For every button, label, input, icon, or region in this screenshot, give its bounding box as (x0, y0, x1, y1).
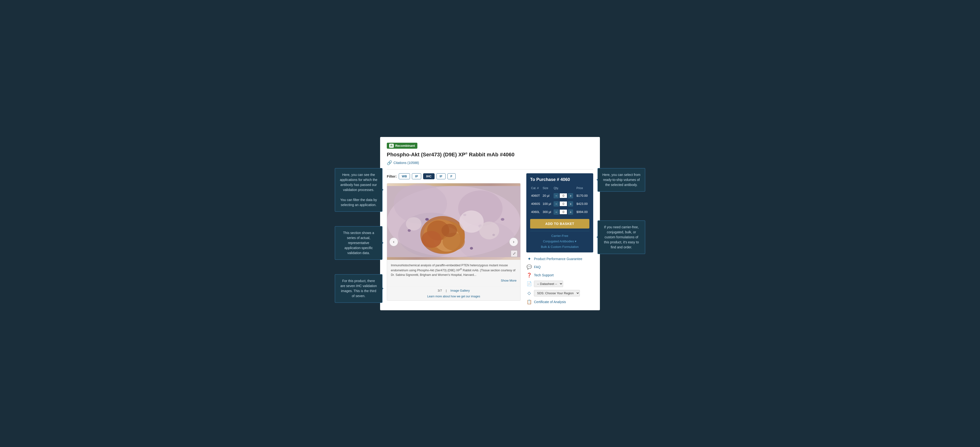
sds-icon: ◇ (526, 291, 532, 296)
carrier-free-link[interactable]: Carrier-Free (530, 234, 589, 238)
guarantee-link[interactable]: Product Performance Guarantee (534, 257, 582, 261)
purchase-panel: To Purchase # 4060 Cat. # Size Qty. Pric… (526, 173, 593, 252)
price-4060s: $423.00 (576, 200, 589, 208)
image-footer: 3/7 | Image Gallery (387, 286, 520, 295)
svg-point-23 (406, 217, 422, 230)
svg-point-14 (425, 218, 429, 220)
col-qty-header: Qty. (553, 185, 575, 192)
microscopy-image: ⤢ (387, 184, 520, 260)
filter-label: Filter: (387, 174, 397, 178)
tooltip-images: This section shows a series of actual, r… (335, 226, 382, 260)
add-to-basket-button[interactable]: ADD TO BASKET (530, 219, 589, 228)
guarantee-item: ✦ Product Performance Guarantee (526, 256, 593, 262)
citations-label[interactable]: Citations (10588) (393, 161, 419, 165)
learn-more-link[interactable]: Learn more about how we get our images (387, 295, 520, 300)
price-4060t: $170.00 (576, 192, 589, 200)
qty-plus-4060l[interactable]: + (568, 209, 573, 215)
tooltip-filter: Here, you can see the applications for w… (335, 168, 382, 212)
qty-input-4060s[interactable] (560, 201, 567, 206)
filter-row: Filter: WB IP IHC IF F (387, 173, 520, 179)
microscopy-svg (387, 184, 520, 260)
cat-4060l: 4060L (530, 208, 542, 216)
caption-text: Immunohistochemical analysis of paraffin… (391, 263, 517, 277)
svg-point-19 (501, 218, 504, 220)
coa-link[interactable]: Certificate of Analysis (534, 300, 566, 304)
qty-input-4060l[interactable] (560, 210, 567, 214)
size-4060s: 100 µl (542, 200, 553, 208)
purchase-links: Carrier-Free Conjugated Antibodies ▾ Bul… (530, 234, 589, 249)
image-container: ‹ › (387, 183, 520, 301)
qty-minus-4060l[interactable]: − (554, 209, 559, 215)
tooltip-count: For this product, there are seven IHC va… (335, 274, 382, 303)
citations-icon: 🔗 (387, 160, 392, 165)
tech-support-icon: ❓ (526, 273, 532, 278)
recombinant-badge: R Recombinant (387, 143, 593, 152)
svg-point-12 (422, 231, 442, 248)
datasheet-icon: 📄 (526, 281, 532, 286)
sds-select[interactable]: SDS: Choose Your Region (534, 290, 580, 296)
right-tooltips: Here, you can select from ready-to-ship … (598, 137, 645, 254)
product-title: Phospho-Akt (Ser473) (D9E) XP® Rabbit mA… (387, 152, 593, 158)
filter-btn-ip[interactable]: IP (412, 173, 421, 179)
left-section: Filter: WB IP IHC IF F ‹ › (387, 173, 520, 305)
filter-btn-if[interactable]: IF (436, 173, 445, 179)
size-4060t: 20 µl (542, 192, 553, 200)
image-caption: Immunohistochemical analysis of paraffin… (387, 260, 520, 286)
content-row: Filter: WB IP IHC IF F ‹ › (387, 173, 593, 305)
purchase-table: Cat. # Size Qty. Price 4060T 20 µl (530, 185, 589, 216)
right-section: To Purchase # 4060 Cat. # Size Qty. Pric… (526, 173, 593, 305)
tooltip-formulations: If you need carrier-free, conjugated, bu… (598, 220, 645, 254)
sds-item: ◇ SDS: Choose Your Region (526, 290, 593, 296)
caption-end-row: Show More (391, 278, 517, 283)
faq-link[interactable]: FAQ (534, 265, 541, 269)
faq-icon: 💬 (526, 264, 532, 270)
coa-icon: 📋 (526, 299, 532, 305)
qty-plus-4060s[interactable]: + (568, 201, 573, 206)
citations-row[interactable]: 🔗 Citations (10588) (387, 160, 593, 165)
qty-4060t: − + (553, 192, 575, 200)
tooltip-volumes: Here, you can select from ready-to-ship … (598, 168, 645, 192)
filter-btn-wb[interactable]: WB (399, 173, 410, 179)
nav-next-button[interactable]: › (509, 238, 518, 246)
purchase-title: To Purchase # 4060 (530, 177, 589, 182)
title-text-part1: Phospho-Akt (Ser473) (D9E) XP (387, 152, 465, 158)
show-more-link[interactable]: Show More (501, 278, 517, 283)
col-cat-header: Cat. # (530, 185, 542, 192)
purchase-divider (530, 231, 589, 231)
left-tooltips: Here, you can see the applications for w… (335, 137, 382, 303)
qty-plus-4060t[interactable]: + (568, 193, 573, 198)
qty-minus-4060t[interactable]: − (554, 193, 559, 198)
faq-item: 💬 FAQ (526, 264, 593, 270)
cat-4060s: 4060S (530, 200, 542, 208)
nav-prev-button[interactable]: ‹ (390, 238, 398, 246)
conjugated-link[interactable]: Conjugated Antibodies ▾ (530, 239, 589, 243)
col-size-header: Size (542, 185, 553, 192)
image-counter: 3/7 (438, 289, 442, 292)
cat-4060t: 4060T (530, 192, 542, 200)
separator: | (446, 289, 447, 292)
datasheet-select[interactable]: -- Datasheet -- (534, 281, 563, 287)
purchase-row-4060t: 4060T 20 µl − + $170.00 (530, 192, 589, 200)
svg-point-13 (442, 224, 457, 237)
purchase-row-4060l: 4060L 300 µl − + $994.00 (530, 208, 589, 216)
guarantee-icon: ✦ (526, 256, 532, 262)
coa-item: 📋 Certificate of Analysis (526, 299, 593, 305)
bulk-link[interactable]: Bulk & Custom Formulation (530, 245, 589, 249)
divider (387, 169, 593, 169)
filter-btn-f[interactable]: F (447, 173, 456, 179)
expand-icon[interactable]: ⤢ (511, 250, 517, 257)
main-card: R Recombinant Phospho-Akt (Ser473) (D9E)… (380, 137, 600, 310)
tech-support-link[interactable]: Tech Support (534, 273, 554, 277)
filter-btn-ihc[interactable]: IHC (423, 173, 434, 179)
title-text-part2: Rabbit mAb #4060 (468, 152, 515, 158)
qty-input-4060t[interactable] (560, 193, 567, 198)
qty-minus-4060s[interactable]: − (554, 201, 559, 206)
title-sup: ® (465, 152, 468, 155)
size-4060l: 300 µl (542, 208, 553, 216)
badge-r-letter: R (389, 144, 394, 148)
price-4060l: $994.00 (576, 208, 589, 216)
datasheet-item: 📄 -- Datasheet -- (526, 281, 593, 287)
svg-point-20 (470, 247, 473, 249)
support-links: ✦ Product Performance Guarantee 💬 FAQ ❓ … (526, 256, 593, 305)
image-gallery-link[interactable]: Image Gallery (450, 289, 470, 292)
